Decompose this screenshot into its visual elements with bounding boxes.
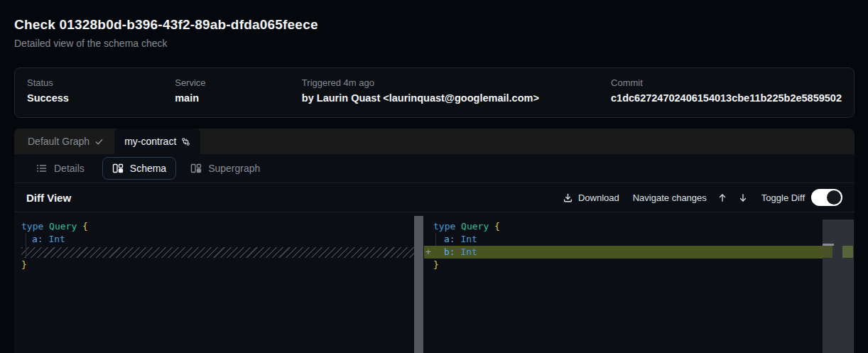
list-icon (36, 163, 48, 174)
previous-change-button[interactable] (717, 192, 727, 203)
added-line-marker: + (425, 246, 431, 259)
check-icon (94, 137, 104, 146)
field-token: a: (32, 234, 43, 244)
diff-view-title: Diff View (26, 192, 71, 204)
page-title: Check 01328b0d-b396-43f2-89ab-dfda065fee… (14, 17, 318, 33)
scalar-token: Int (460, 234, 477, 244)
status-column: Status Success (27, 77, 175, 104)
triggered-label: Triggered 4m ago (302, 77, 611, 88)
download-icon (563, 192, 573, 203)
download-label: Download (578, 192, 619, 203)
code-line: a:Int (21, 233, 414, 246)
commit-column: Commit c1dc62724702406154013cbe11b225b2e… (611, 77, 842, 104)
typename-token: Query (461, 221, 489, 232)
service-column: Service main (175, 77, 302, 104)
tab-schema-label: Schema (130, 163, 166, 174)
tab-details-label: Details (54, 163, 85, 174)
code-before: typeQuery{ a:Int } (14, 212, 414, 271)
code-line: a:Int (424, 233, 823, 246)
page-subtitle: Detailed view of the schema check (14, 38, 318, 49)
keyword-token: type (21, 221, 43, 232)
next-change-button[interactable] (738, 192, 748, 203)
navigate-changes-label: Navigate changes (633, 192, 707, 203)
field-token: a: (444, 234, 455, 244)
columns-icon (190, 163, 202, 174)
service-label: Service (175, 77, 302, 88)
status-card: Status Success Service main Triggered 4m… (14, 67, 855, 118)
tab-my-contract-label: my-contract (124, 136, 176, 147)
diff-placeholder-row (21, 246, 414, 259)
commit-value: c1dc62724702406154013cbe11b225b2e5859502 (611, 92, 842, 104)
left-pane-scrollbar[interactable] (414, 216, 423, 353)
check-detail-card: Default Graph my-contract Details (14, 129, 855, 353)
code-line: } (424, 259, 823, 271)
status-value: Success (27, 92, 175, 104)
columns-icon (112, 163, 124, 174)
tab-default-graph-label: Default Graph (28, 136, 89, 147)
indent-guide (26, 233, 26, 259)
keyword-token: type (433, 221, 455, 232)
hatch-pattern (21, 247, 414, 258)
toggle-diff-switch[interactable] (811, 189, 842, 206)
tab-supergraph-label: Supergraph (208, 163, 260, 174)
scalar-token: Int (48, 234, 65, 244)
commit-label: Commit (611, 77, 842, 88)
diff-pane-before[interactable]: typeQuery{ a:Int } (14, 212, 414, 353)
arrow-down-icon (738, 192, 748, 203)
scalar-token: Int (460, 246, 477, 257)
code-line: typeQuery{ (424, 220, 823, 233)
code-line: typeQuery{ (21, 220, 414, 233)
page-header: Check 01328b0d-b396-43f2-89ab-dfda065fee… (14, 17, 318, 49)
switch-knob (827, 190, 841, 205)
diff-pane-after[interactable]: typeQuery{ a:Int +b:Int } (424, 212, 823, 353)
status-label: Status (27, 77, 175, 88)
brace-token: } (433, 259, 439, 270)
minimap-added-line (823, 246, 832, 258)
git-compare-icon (181, 137, 190, 146)
tab-supergraph[interactable]: Supergraph (180, 157, 270, 180)
schema-diff-editor: typeQuery{ a:Int } typeQuery{ a:Int +b:I… (14, 212, 855, 353)
brace-token: { (82, 221, 88, 232)
diff-view-header: Diff View Download Navigate changes (14, 183, 855, 212)
typename-token: Query (49, 221, 77, 232)
brace-token: } (21, 259, 27, 270)
triggered-value: by Laurin Quast <laurinquast@googlemail.… (302, 92, 611, 104)
tab-schema[interactable]: Schema (102, 157, 176, 180)
tab-default-graph[interactable]: Default Graph (21, 129, 111, 154)
contract-tab-strip: Default Graph my-contract (14, 129, 855, 154)
code-line: } (21, 259, 414, 271)
view-tabs: Details Schema Supergraph (14, 154, 855, 183)
toggle-diff-label: Toggle Diff (761, 192, 805, 203)
minimap[interactable] (823, 219, 854, 353)
added-code-line: +b:Int (424, 246, 823, 259)
tab-details[interactable]: Details (26, 157, 94, 180)
diff-controls: Download Navigate changes Toggle Diff (563, 189, 842, 206)
field-token: b: (444, 246, 455, 257)
brace-token: { (494, 221, 500, 232)
service-value: main (175, 92, 302, 104)
triggered-column: Triggered 4m ago by Laurin Quast <laurin… (302, 77, 611, 104)
code-after: typeQuery{ a:Int +b:Int } (424, 212, 823, 271)
overview-ruler-added-marker (842, 246, 853, 258)
arrow-up-icon (717, 192, 727, 203)
tab-my-contract[interactable]: my-contract (114, 129, 200, 154)
download-button[interactable]: Download (563, 192, 619, 203)
